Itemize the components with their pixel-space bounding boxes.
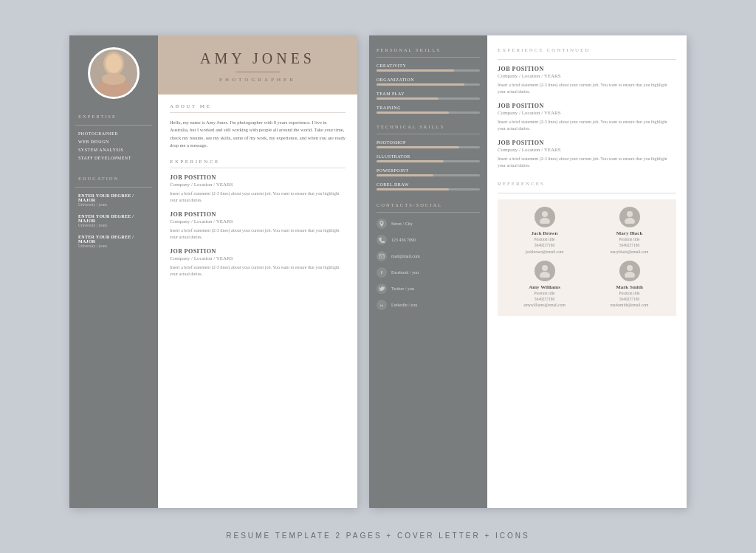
contact-phone-text: 123 456 7890	[391, 238, 416, 242]
contact-phone: 123 456 7890	[377, 235, 480, 245]
svg-point-10	[540, 272, 550, 278]
ref-avatar-3	[535, 261, 555, 281]
ref-avatar-2	[619, 207, 640, 227]
expertise-block: EXPERTISE PHOTOGRAPHER WEB DESIGN SYSTEM…	[75, 114, 152, 164]
contacts-title: CONTACTS/SOCIAL	[377, 202, 480, 207]
edu-entry-2: ENTER YOUR DEGREE / MAJOR University / y…	[75, 214, 152, 227]
svg-point-7	[627, 211, 633, 217]
job-company-2: Company / Location / YEARS	[170, 219, 346, 224]
references-title: REFERENCES	[498, 181, 676, 187]
avatar	[88, 47, 140, 99]
job-company-3: Company / Location / YEARS	[170, 255, 346, 261]
exp2-job-company-2: Company / Location / YEARS	[498, 110, 676, 116]
references-underline	[498, 193, 676, 193]
svg-point-3	[102, 73, 126, 85]
experience-continued-title: EXPERIENCE CONTINUED	[498, 47, 676, 53]
experience-underline	[170, 168, 346, 168]
skills-column: PERSONAL SKILLS CREATIVITY ORGANIZATION …	[369, 35, 487, 508]
ref-info-3: Position title 5649237180 amywilliams@em…	[523, 290, 566, 309]
job-title-3: JOB POSITION	[170, 248, 346, 255]
job-company-1: Company / Location / YEARS	[170, 182, 346, 188]
expertise-item-3: SYSTEM ANALYSIS	[75, 148, 152, 152]
skill-photoshop: PHOTOSHOP	[377, 140, 480, 148]
ref-name-3: Amy Williams	[529, 284, 560, 290]
exp2-job-desc-3: Insert a brief statement (2-3 lines) abo…	[498, 156, 676, 169]
expertise-divider	[75, 125, 152, 126]
skill-teamplay: TEAM PLAY	[377, 92, 480, 100]
svg-point-5	[542, 211, 548, 217]
experience-column: EXPERIENCE CONTINUED JOB POSITION Compan…	[487, 35, 687, 508]
skill-coreldraw: COREL DRAW	[377, 182, 480, 190]
footer-text: RESUME TEMPLATE 2 PAGES + COVER LETTER +…	[226, 532, 529, 540]
contact-twitter: Twitter / you	[377, 284, 480, 294]
edu-degree-2: ENTER YOUR DEGREE / MAJOR	[78, 214, 152, 223]
facebook-icon: f	[377, 267, 387, 278]
exp2-job-desc-2: Insert a brief statement (2-3 lines) abo…	[498, 119, 676, 132]
page1: EXPERTISE PHOTOGRAPHER WEB DESIGN SYSTEM…	[69, 35, 357, 508]
education-divider	[75, 187, 152, 188]
skill-powerpoint: POWERPOINT	[377, 168, 480, 176]
twitter-icon	[377, 284, 387, 294]
contact-linkedin-text: Linkedin / you	[391, 303, 417, 307]
main-container: EXPERTISE PHOTOGRAPHER WEB DESIGN SYSTEM…	[40, 13, 716, 523]
expertise-item-2: WEB DESIGN	[75, 140, 152, 144]
exp2-job-company-1: Company / Location / YEARS	[498, 73, 676, 79]
person-name: AMY JONES	[170, 50, 346, 67]
name-divider	[236, 72, 280, 72]
skill-creativity: CREATIVITY	[377, 63, 480, 72]
location-icon	[377, 219, 387, 229]
main-body-page1: ABOUT ME Hello, my name is Amy Jones. I'…	[158, 95, 357, 294]
expertise-item-4: STAFF DEVELOPMENT	[75, 156, 152, 160]
contacts-divider	[377, 212, 480, 213]
email-icon	[377, 251, 387, 261]
svg-point-1	[106, 54, 122, 73]
technical-skills-divider	[377, 134, 480, 134]
contact-facebook-text: Facebook / you	[391, 270, 419, 275]
experience-label: EXPERIENCE	[170, 159, 346, 165]
svg-point-8	[625, 218, 635, 224]
technical-skills-title: TECHNICAL SKILLS	[377, 124, 480, 129]
about-text: Hello, my name is Amy Jones. I'm photogr…	[170, 119, 346, 150]
edu-degree-3: ENTER YOUR DEGREE / MAJOR	[78, 235, 152, 244]
exp2-job-title-2: JOB POSITION	[498, 103, 676, 109]
person-title: PHOTOGRAPHER	[170, 77, 346, 83]
contact-linkedin: in Linkedin / you	[377, 300, 480, 310]
linkedin-icon: in	[377, 300, 387, 310]
job-title-1: JOB POSITION	[170, 174, 346, 181]
ref-name-2: Mary Black	[616, 230, 643, 236]
ref-card-2: Mary Black Position title 5649237180 mar…	[590, 207, 669, 255]
about-underline	[170, 112, 346, 113]
edu-entry-1: ENTER YOUR DEGREE / MAJOR University / y…	[75, 193, 152, 207]
expertise-item-1: PHOTOGRAPHER	[75, 131, 152, 136]
main-content-page1: AMY JONES PHOTOGRAPHER ABOUT ME Hello, m…	[158, 35, 357, 508]
exp2-job-desc-1: Insert a brief statement (2-3 lines) abo…	[498, 82, 676, 95]
job-desc-1: Insert a brief statement (2-3 lines) abo…	[170, 190, 346, 204]
exp2-job-title-3: JOB POSITION	[498, 140, 676, 146]
edu-sub-1: University / years	[78, 202, 152, 207]
references-grid: Jack Brown Position title 5649237180 jac…	[498, 199, 676, 316]
job-desc-3: Insert a brief statement (2-3 lines) abo…	[170, 264, 346, 278]
skill-training: TRAINING	[377, 106, 480, 114]
svg-point-6	[540, 218, 550, 224]
edu-sub-2: University / years	[78, 223, 152, 227]
name-header: AMY JONES PHOTOGRAPHER	[158, 35, 357, 95]
contact-facebook: f Facebook / you	[377, 267, 480, 278]
education-block: EDUCATION ENTER YOUR DEGREE / MAJOR Univ…	[75, 176, 152, 255]
education-title: EDUCATION	[75, 176, 152, 181]
svg-point-11	[627, 265, 633, 271]
phone-icon	[377, 235, 387, 245]
about-label: ABOUT ME	[170, 103, 346, 109]
sidebar: EXPERTISE PHOTOGRAPHER WEB DESIGN SYSTEM…	[69, 35, 158, 508]
ref-avatar-1	[535, 207, 555, 227]
ref-avatar-4	[619, 261, 640, 281]
ref-name-1: Jack Brown	[532, 230, 558, 236]
ref-info-4: Position title 5649237180 marksmith@emai…	[611, 290, 649, 309]
edu-degree-1: ENTER YOUR DEGREE / MAJOR	[78, 193, 152, 202]
contact-location-text: Street / City	[391, 221, 413, 226]
skill-organization: ORGANIZATION	[377, 78, 480, 86]
contact-email-text: mail@mail.com	[391, 254, 420, 258]
ref-info-1: Position title 5649237180 jackbrown@emai…	[526, 236, 563, 255]
edu-sub-3: University / years	[78, 244, 152, 248]
exp-continued-underline	[498, 59, 676, 60]
edu-entry-3: ENTER YOUR DEGREE / MAJOR University / y…	[75, 235, 152, 248]
